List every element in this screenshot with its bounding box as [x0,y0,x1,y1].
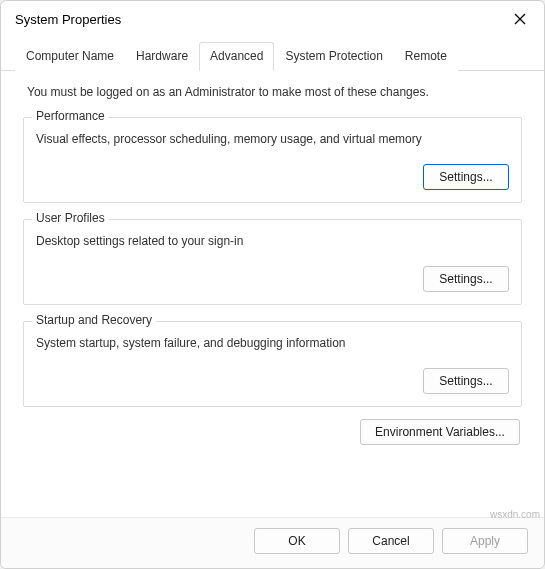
titlebar: System Properties [1,1,544,37]
cancel-button[interactable]: Cancel [348,528,434,554]
tab-computer-name[interactable]: Computer Name [15,42,125,71]
startup-recovery-settings-button[interactable]: Settings... [423,368,509,394]
ok-button[interactable]: OK [254,528,340,554]
user-profiles-legend: User Profiles [32,211,109,225]
close-icon [514,13,526,25]
tab-system-protection[interactable]: System Protection [274,42,393,71]
performance-group: Performance Visual effects, processor sc… [23,117,522,203]
user-profiles-desc: Desktop settings related to your sign-in [36,234,509,248]
startup-recovery-button-row: Settings... [36,368,509,394]
startup-recovery-desc: System startup, system failure, and debu… [36,336,509,350]
env-vars-row: Environment Variables... [19,417,526,449]
performance-settings-button[interactable]: Settings... [423,164,509,190]
dialog-button-bar: OK Cancel Apply [1,517,544,568]
user-profiles-settings-button[interactable]: Settings... [423,266,509,292]
performance-desc: Visual effects, processor scheduling, me… [36,132,509,146]
startup-recovery-group: Startup and Recovery System startup, sys… [23,321,522,407]
window-title: System Properties [15,12,121,27]
user-profiles-group: User Profiles Desktop settings related t… [23,219,522,305]
advanced-tab-panel: You must be logged on as an Administrato… [1,71,544,517]
apply-button[interactable]: Apply [442,528,528,554]
admin-notice-text: You must be logged on as an Administrato… [19,85,526,99]
user-profiles-button-row: Settings... [36,266,509,292]
startup-recovery-legend: Startup and Recovery [32,313,156,327]
tab-advanced[interactable]: Advanced [199,42,274,71]
environment-variables-button[interactable]: Environment Variables... [360,419,520,445]
system-properties-window: System Properties Computer Name Hardware… [0,0,545,569]
tab-remote[interactable]: Remote [394,42,458,71]
tab-hardware[interactable]: Hardware [125,42,199,71]
performance-legend: Performance [32,109,109,123]
close-button[interactable] [506,5,534,33]
performance-button-row: Settings... [36,164,509,190]
tabstrip: Computer Name Hardware Advanced System P… [1,41,544,71]
